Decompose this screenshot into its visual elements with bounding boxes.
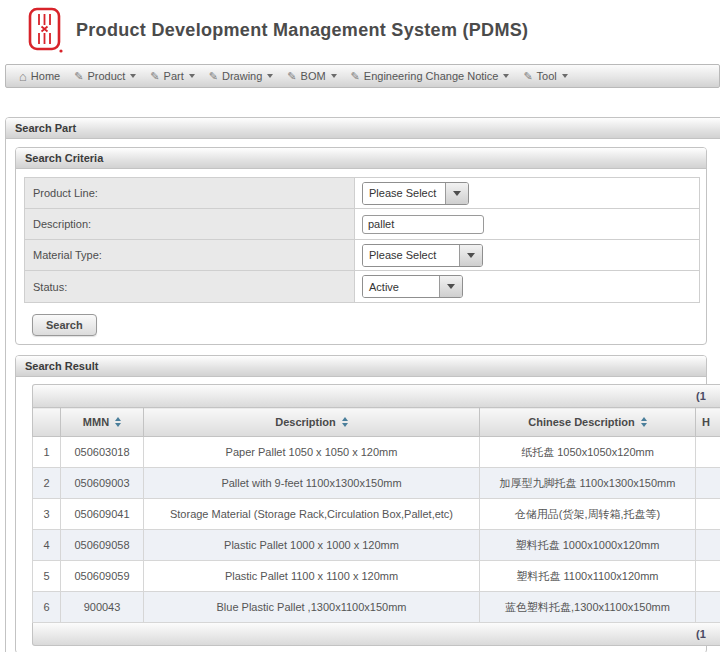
status-select[interactable]: Active xyxy=(362,275,463,298)
sort-icon xyxy=(115,417,121,427)
table-cell xyxy=(696,468,720,499)
search-part-header: Search Part xyxy=(6,118,720,139)
column-header-row-number xyxy=(33,408,61,437)
table-cell: Storage Material (Storage Rack,Circulati… xyxy=(144,499,480,530)
table-row[interactable]: 6900043Blue Plastic Pallet ,1300x1100x15… xyxy=(33,592,720,623)
table-cell: Pallet with 9-feet 1100x1300x150mm xyxy=(144,468,480,499)
sort-icon xyxy=(342,417,348,427)
table-cell: 050609059 xyxy=(61,561,144,592)
field-label: Material Type: xyxy=(25,240,355,270)
table-cell: Paper Pallet 1050 x 1050 x 120mm xyxy=(144,437,480,468)
results-body: 1050603018Paper Pallet 1050 x 1050 x 120… xyxy=(33,437,720,623)
company-logo xyxy=(28,7,64,54)
column-header-description[interactable]: Description xyxy=(144,408,480,437)
table-cell: 050609003 xyxy=(61,468,144,499)
description-input[interactable] xyxy=(362,215,484,234)
page-title: Product Development Management System (P… xyxy=(76,20,528,41)
nav-item-home[interactable]: Home xyxy=(12,65,67,87)
field-value-area xyxy=(355,209,699,239)
results-table: MMNDescriptionChinese DescriptionH 10506… xyxy=(32,407,720,623)
material-type-select[interactable]: Please Select xyxy=(362,244,483,267)
chevron-down-icon xyxy=(331,74,337,78)
nav-item-engineering-change-notice[interactable]: Engineering Change Notice xyxy=(344,65,517,87)
form-row: Status: Active xyxy=(25,271,699,302)
product-line-select[interactable]: Please Select xyxy=(362,182,469,205)
home-icon xyxy=(19,70,27,83)
nav-item-label: Product xyxy=(87,70,125,82)
table-cell: 4 xyxy=(33,530,61,561)
nav-item-tool[interactable]: Tool xyxy=(516,65,574,87)
navbar: Home Product Part Drawing BOM Engin xyxy=(5,64,720,88)
field-value-area: Please Select xyxy=(355,178,699,208)
table-row[interactable]: 2050609003Pallet with 9-feet 1100x1300x1… xyxy=(33,468,720,499)
paginator-top-text: (1 xyxy=(696,390,706,402)
paginator-bottom: (1 xyxy=(32,623,720,646)
select-dropdown-button[interactable] xyxy=(445,183,468,204)
pencil-icon xyxy=(209,71,218,82)
search-button[interactable]: Search xyxy=(32,314,97,336)
column-header-mmn[interactable]: MMN xyxy=(61,408,144,437)
nav-item-product[interactable]: Product xyxy=(67,65,143,87)
form-row: Material Type: Please Select xyxy=(25,240,699,271)
table-row[interactable]: 1050603018Paper Pallet 1050 x 1050 x 120… xyxy=(33,437,720,468)
field-label: Status: xyxy=(25,271,355,302)
nav-item-label: Part xyxy=(164,70,184,82)
table-cell: 2 xyxy=(33,468,61,499)
select-dropdown-button[interactable] xyxy=(439,276,462,297)
table-cell: 050603018 xyxy=(61,437,144,468)
column-header-h: H xyxy=(696,408,720,437)
pencil-icon xyxy=(150,71,159,82)
chevron-down-icon xyxy=(503,74,509,78)
paginator-bottom-text: (1 xyxy=(696,628,706,640)
pencil-icon xyxy=(351,71,360,82)
pencil-icon xyxy=(74,71,83,82)
select-dropdown-button[interactable] xyxy=(459,245,482,266)
table-cell: 900043 xyxy=(61,592,144,623)
search-criteria-header: Search Criteria xyxy=(16,148,706,169)
table-row[interactable]: 4050609058Plastic Pallet 1000 x 1000 x 1… xyxy=(33,530,720,561)
field-value-area: Active xyxy=(355,271,699,302)
table-cell: 蓝色塑料托盘,1300x1100x150mm xyxy=(480,592,696,623)
table-row[interactable]: 5050609059Plastic Pallet 1100 x 1100 x 1… xyxy=(33,561,720,592)
criteria-form: Product Line: Please Select xyxy=(24,177,700,303)
table-cell: 塑料托盘 1000x1000x120mm xyxy=(480,530,696,561)
nav-item-drawing[interactable]: Drawing xyxy=(202,65,281,87)
pencil-icon xyxy=(287,71,296,82)
table-cell: 050609058 xyxy=(61,530,144,561)
search-criteria-body: Product Line: Please Select xyxy=(16,169,706,344)
table-row[interactable]: 3050609041Storage Material (Storage Rack… xyxy=(33,499,720,530)
field-label: Product Line: xyxy=(25,178,355,208)
table-cell xyxy=(696,592,720,623)
table-cell xyxy=(696,499,720,530)
table-cell: 3 xyxy=(33,499,61,530)
search-result-panel: Search Result (1 MMNDescriptionChinese D… xyxy=(15,355,707,652)
form-row: Description: xyxy=(25,209,699,240)
nav-item-label: Engineering Change Notice xyxy=(364,70,499,82)
nav-item-label: Drawing xyxy=(222,70,262,82)
field-value-area: Please Select xyxy=(355,240,699,270)
table-cell: 加厚型九脚托盘 1100x1300x150mm xyxy=(480,468,696,499)
select-value: Please Select xyxy=(363,245,459,266)
table-cell: 塑料托盘 1100x1100x120mm xyxy=(480,561,696,592)
column-header-chinese-description[interactable]: Chinese Description xyxy=(480,408,696,437)
select-value: Active xyxy=(363,276,439,297)
column-label: MMN xyxy=(83,416,109,428)
paginator-top: (1 xyxy=(32,384,720,407)
table-cell: 5 xyxy=(33,561,61,592)
chevron-down-icon xyxy=(267,74,273,78)
table-cell: Plastic Pallet 1100 x 1100 x 120mm xyxy=(144,561,480,592)
field-label: Description: xyxy=(25,209,355,239)
chevron-down-icon xyxy=(562,74,568,78)
nav-item-part[interactable]: Part xyxy=(143,65,201,87)
chevron-down-icon xyxy=(130,74,136,78)
select-value: Please Select xyxy=(363,183,445,204)
chevron-down-icon xyxy=(189,74,195,78)
results-header-row: MMNDescriptionChinese DescriptionH xyxy=(33,408,720,437)
nav-item-bom[interactable]: BOM xyxy=(280,65,343,87)
column-label: H xyxy=(702,416,710,428)
nav-item-label: Home xyxy=(31,70,60,82)
table-cell: 050609041 xyxy=(61,499,144,530)
pdms-window: Product Development Management System (P… xyxy=(0,0,720,652)
nav-item-label: Tool xyxy=(537,70,557,82)
chevron-down-icon xyxy=(453,191,461,196)
